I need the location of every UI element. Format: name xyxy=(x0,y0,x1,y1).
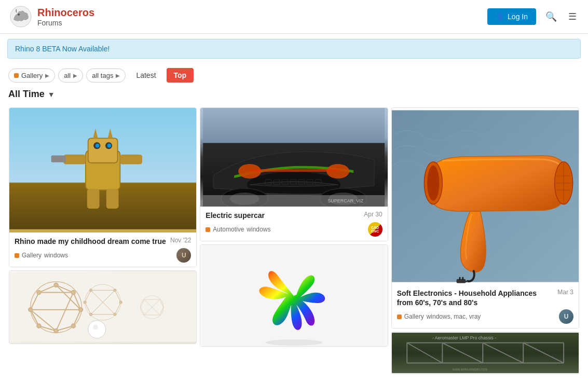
announcement-banner[interactable]: Rhino 8 BETA Now Available! xyxy=(7,39,581,59)
robot-svg xyxy=(9,108,196,232)
card-robot[interactable]: Rhino made my childhood dream come true … xyxy=(9,107,197,267)
svg-point-95 xyxy=(427,166,439,201)
card-car-info: Electric supercar Apr 30 Automotive wind… xyxy=(200,207,387,241)
gallery-grid: Rhino made my childhood dream come true … xyxy=(7,106,581,376)
card-hairdryer-tag-gallery: Gallery xyxy=(404,313,424,320)
hairdryer-svg xyxy=(392,108,579,284)
card-hairdryer-title-row: Soft Electronics - Household Appliances … xyxy=(397,289,573,307)
tags-filter[interactable]: all tags ▶ xyxy=(86,69,126,83)
svg-rect-13 xyxy=(51,156,66,162)
svg-rect-14 xyxy=(87,189,100,209)
card-racecar[interactable]: - Aeromaster LMP Pro chassis - www.aero-… xyxy=(391,332,579,374)
card-car-tag-windows: windows xyxy=(247,226,270,233)
card-robot-title-row: Rhino made my childhood dream come true … xyxy=(15,237,191,246)
latest-tab[interactable]: Latest xyxy=(129,68,163,83)
card-car-date: Apr 30 xyxy=(364,211,382,218)
all-label: all xyxy=(64,72,71,79)
svg-rect-91 xyxy=(456,279,466,283)
svg-rect-76 xyxy=(249,169,339,172)
svg-point-48 xyxy=(89,289,92,292)
all-arrow-icon: ▶ xyxy=(73,73,77,78)
card-hairdryer-avatar: U xyxy=(559,309,573,324)
svg-text:www.aero-master.com: www.aero-master.com xyxy=(452,367,488,371)
svg-point-53 xyxy=(84,301,86,304)
card-hairdryer-tag-platforms: windows, mac, vray xyxy=(427,313,481,320)
card-hairdryer-image xyxy=(392,108,579,284)
top-tab[interactable]: Top xyxy=(167,68,194,83)
all-filter[interactable]: all ▶ xyxy=(58,69,83,83)
login-icon: 👤 xyxy=(496,12,504,21)
svg-point-50 xyxy=(119,301,122,304)
svg-rect-92 xyxy=(459,277,460,280)
geometric-svg xyxy=(9,271,196,344)
category-dot xyxy=(14,73,19,78)
logo-forums-text: Forums xyxy=(37,19,94,28)
card-car-tag-automotive: Automotive xyxy=(213,226,244,233)
card-geometric[interactable] xyxy=(9,270,197,344)
svg-point-36 xyxy=(54,329,58,333)
card-car-tags: Automotive windows xyxy=(206,226,270,233)
menu-icon[interactable]: ☰ xyxy=(566,9,579,24)
svg-point-1 xyxy=(18,13,20,16)
card-robot-image xyxy=(9,108,196,232)
card-hairdryer[interactable]: Soft Electronics - Household Appliances … xyxy=(391,107,579,329)
gallery-col-1: Rhino made my childhood dream come true … xyxy=(7,106,198,376)
card-car-title-row: Electric supercar Apr 30 xyxy=(206,211,382,220)
card-colorful[interactable] xyxy=(200,244,388,347)
search-icon[interactable]: 🔍 xyxy=(543,9,559,24)
category-arrow-icon: ▶ xyxy=(45,73,49,78)
svg-point-38 xyxy=(29,308,33,312)
header: Rhinoceros Forums 👤 Log In 🔍 ☰ xyxy=(0,0,588,34)
gallery-col-2: SUPERCAR_VIZ Electric supercar Apr 30 Au… xyxy=(198,106,389,376)
card-hairdryer-info: Soft Electronics - Household Appliances … xyxy=(392,284,579,328)
card-hairdryer-title: Soft Electronics - Household Appliances … xyxy=(397,289,554,307)
racecar-svg: - Aeromaster LMP Pro chassis - www.aero-… xyxy=(392,332,579,374)
svg-point-35 xyxy=(71,324,75,328)
card-hairdryer-meta: Gallery windows, mac, vray U xyxy=(397,309,573,324)
gallery-col-3: Soft Electronics - Household Appliances … xyxy=(390,106,581,376)
card-robot-tags: Gallery windows xyxy=(15,252,68,259)
card-robot-date: Nov '22 xyxy=(170,237,191,244)
svg-point-51 xyxy=(114,313,116,316)
svg-point-49 xyxy=(114,289,116,292)
time-selector[interactable]: All Time ▼ xyxy=(0,87,588,106)
svg-text:SUPERCAR_VIZ: SUPERCAR_VIZ xyxy=(327,198,364,203)
card-robot-avatar: U xyxy=(176,248,191,263)
banner-text: Rhino 8 BETA Now Available! xyxy=(15,45,110,53)
svg-point-32 xyxy=(37,291,41,295)
tags-label: all tags xyxy=(92,72,113,79)
category-filter[interactable]: Gallery ▶ xyxy=(8,69,55,83)
time-caret-icon: ▼ xyxy=(48,90,55,99)
login-label: Log In xyxy=(508,12,528,21)
login-button[interactable]: 👤 Log In xyxy=(487,8,536,25)
car-svg: SUPERCAR_VIZ xyxy=(200,108,387,207)
card-car-meta: Automotive windows CADCNC xyxy=(206,222,382,237)
card-car-tag-dot xyxy=(206,227,210,232)
svg-rect-4 xyxy=(88,138,118,162)
svg-rect-12 xyxy=(120,155,142,165)
card-robot-tag-dot xyxy=(15,253,19,258)
card-hairdryer-date: Mar 3 xyxy=(557,289,573,296)
rhino-logo-icon xyxy=(9,5,32,28)
tags-arrow-icon: ▶ xyxy=(116,73,120,78)
svg-point-9 xyxy=(95,144,100,148)
logo-text: Rhinoceros Forums xyxy=(37,6,94,28)
card-car[interactable]: SUPERCAR_VIZ Electric supercar Apr 30 Au… xyxy=(200,107,388,241)
svg-point-84 xyxy=(265,339,322,346)
card-geometric-image xyxy=(9,271,196,344)
logo-rhino-text: Rhinoceros xyxy=(37,6,94,19)
card-car-title: Electric supercar xyxy=(206,211,265,220)
card-hairdryer-tag-dot xyxy=(397,314,402,319)
svg-point-37 xyxy=(37,324,41,328)
svg-rect-11 xyxy=(63,155,86,165)
svg-point-52 xyxy=(89,313,92,316)
svg-rect-83 xyxy=(203,245,385,346)
svg-point-31 xyxy=(54,283,58,288)
card-robot-info: Rhino made my childhood dream come true … xyxy=(9,232,196,267)
card-car-avatar: CADCNC xyxy=(368,222,382,237)
logo-area[interactable]: Rhinoceros Forums xyxy=(9,5,94,28)
card-robot-tag-windows: windows xyxy=(44,252,68,259)
card-colorful-image xyxy=(200,245,387,346)
svg-point-63 xyxy=(88,321,106,338)
header-right: 👤 Log In 🔍 ☰ xyxy=(487,8,579,25)
